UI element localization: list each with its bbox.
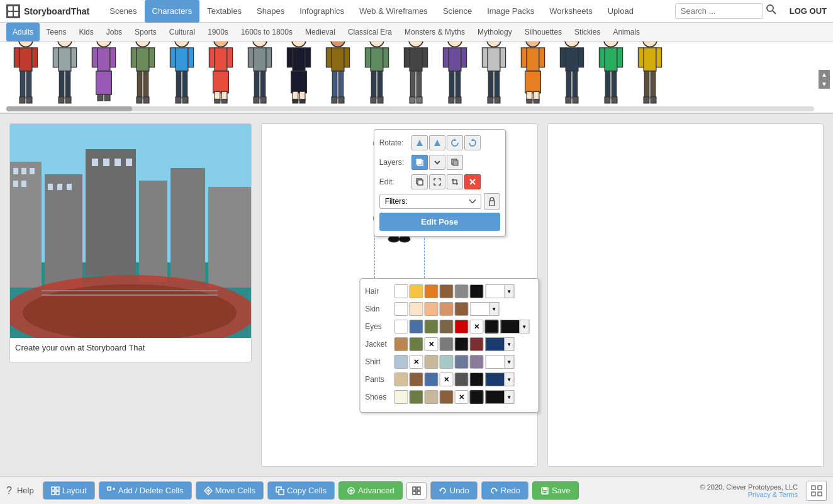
search-input[interactable]: [675, 3, 763, 19]
list-item[interactable]: [513, 46, 552, 109]
list-item[interactable]: [84, 46, 123, 109]
cat-tab-animals[interactable]: Animals: [607, 23, 646, 42]
list-item[interactable]: [123, 46, 162, 109]
list-item[interactable]: [240, 46, 279, 109]
shoes-color-black[interactable]: [469, 390, 483, 404]
storyboard-cell-1[interactable]: Create your own at Storyboard That: [9, 123, 252, 362]
nav-tab-image-packs[interactable]: Image Packs: [479, 0, 542, 23]
jacket-color-4[interactable]: [454, 337, 468, 351]
cat-tab-monsters-myths[interactable]: Monsters & Myths: [398, 23, 471, 42]
eyes-color-black[interactable]: [484, 320, 498, 333]
lock-button[interactable]: [484, 193, 500, 210]
jacket-dropdown-arrow[interactable]: ▼: [504, 337, 514, 351]
list-item[interactable]: [630, 46, 669, 109]
shirt-dropdown-arrow[interactable]: ▼: [504, 355, 514, 369]
nav-tab-science[interactable]: Science: [435, 0, 479, 23]
crop-btn[interactable]: [447, 174, 463, 189]
list-item[interactable]: [45, 46, 84, 109]
strip-scrollbar[interactable]: [6, 106, 814, 111]
nav-tab-characters[interactable]: Characters: [145, 0, 200, 23]
shoes-color-dropdown[interactable]: ▼: [485, 390, 514, 404]
copy-btn[interactable]: [411, 174, 428, 189]
nav-tab-infographics[interactable]: Infographics: [292, 0, 352, 23]
eyes-color-red[interactable]: [454, 320, 468, 333]
rotate-btn-3[interactable]: [447, 135, 463, 150]
layer-front-btn[interactable]: [411, 155, 428, 170]
hair-color-black[interactable]: [469, 284, 483, 298]
list-item[interactable]: [357, 46, 396, 109]
list-item[interactable]: [435, 46, 474, 109]
list-item[interactable]: [396, 46, 435, 109]
jacket-color-2[interactable]: [409, 337, 423, 351]
shirt-color-5[interactable]: [469, 355, 483, 369]
pants-color-3[interactable]: [424, 372, 438, 386]
jacket-color-5[interactable]: [469, 337, 483, 351]
skin-color-4[interactable]: [439, 302, 453, 316]
search-button[interactable]: [766, 4, 777, 18]
shirt-color-2[interactable]: [424, 355, 438, 369]
filters-dropdown[interactable]: Filters:: [379, 194, 481, 209]
shirt-color-dropdown[interactable]: ▼: [485, 355, 514, 369]
storyboard-cell-3[interactable]: [547, 123, 824, 467]
logout-button[interactable]: LOG OUT: [790, 6, 827, 16]
hair-color-gray[interactable]: [454, 284, 468, 298]
nav-tab-textables[interactable]: Textables: [199, 0, 249, 23]
shoes-color-2[interactable]: [409, 390, 423, 404]
list-item[interactable]: [162, 46, 201, 109]
pants-color-2[interactable]: [409, 372, 423, 386]
eyes-color-4[interactable]: [439, 320, 453, 333]
list-item[interactable]: [318, 46, 357, 109]
jacket-color-dropdown[interactable]: ▼: [485, 337, 514, 351]
storyboard-cell-2[interactable]: Rotate: Layers:: [261, 123, 538, 467]
list-item[interactable]: [474, 46, 513, 109]
layer-back-btn[interactable]: [447, 155, 463, 170]
jacket-color-3[interactable]: [439, 337, 453, 351]
skin-color-dropdown[interactable]: ▼: [470, 302, 499, 316]
pants-color-4[interactable]: [454, 372, 468, 386]
strip-scrollbar-thumb[interactable]: [6, 106, 132, 111]
skin-color-2[interactable]: [409, 302, 423, 316]
list-item[interactable]: [279, 46, 318, 109]
cat-tab-kids[interactable]: Kids: [72, 23, 99, 42]
nav-tab-shapes[interactable]: Shapes: [249, 0, 292, 23]
cat-tab-medieval[interactable]: Medieval: [299, 23, 342, 42]
shoes-dropdown-arrow[interactable]: ▼: [504, 390, 514, 404]
hair-color-brown[interactable]: [439, 284, 453, 298]
eyes-color-x[interactable]: ✕: [469, 320, 483, 333]
cat-tab-teens[interactable]: Teens: [40, 23, 72, 42]
strip-arrow-up[interactable]: ▲: [819, 70, 830, 79]
cat-tab-stickies[interactable]: Stickies: [568, 23, 607, 42]
hair-dropdown-arrow[interactable]: ▼: [504, 284, 514, 298]
strip-arrow-down[interactable]: ▼: [819, 79, 830, 89]
hair-color-yellow[interactable]: [409, 284, 423, 298]
nav-tab-scenes[interactable]: Scenes: [102, 0, 144, 23]
cat-tab-silhouettes[interactable]: Silhouettes: [518, 23, 568, 42]
shirt-color-1[interactable]: [394, 355, 408, 369]
rotate-btn-2[interactable]: [429, 135, 445, 150]
delete-btn[interactable]: [464, 174, 481, 189]
cat-tab-sports[interactable]: Sports: [128, 23, 163, 42]
jacket-color-x[interactable]: ✕: [424, 337, 438, 351]
hair-color-dropdown[interactable]: ▼: [485, 284, 514, 298]
cat-tab-jobs[interactable]: Jobs: [100, 23, 128, 42]
shirt-color-3[interactable]: [439, 355, 453, 369]
cat-tab-adults[interactable]: Adults: [6, 23, 40, 42]
skin-dropdown-arrow[interactable]: ▼: [489, 302, 499, 316]
cat-tab-1600s-1800s[interactable]: 1600s to 1800s: [235, 23, 299, 42]
pants-dropdown-arrow[interactable]: ▼: [504, 372, 514, 386]
eyes-color-dropdown[interactable]: ▼: [500, 320, 529, 333]
list-item[interactable]: [201, 46, 240, 109]
cat-tab-classical-era[interactable]: Classical Era: [342, 23, 398, 42]
shoes-color-3[interactable]: [424, 390, 438, 404]
pants-color-dropdown[interactable]: ▼: [485, 372, 514, 386]
eyes-color-2[interactable]: [409, 320, 423, 333]
eyes-color-1[interactable]: [394, 320, 408, 333]
eyes-color-3[interactable]: [424, 320, 438, 333]
skin-color-1[interactable]: [394, 302, 408, 316]
pants-color-5[interactable]: [469, 372, 483, 386]
fullscreen-btn[interactable]: [429, 174, 445, 189]
rotate-btn-1[interactable]: [411, 135, 428, 150]
shoes-color-4[interactable]: [439, 390, 453, 404]
pants-color-x[interactable]: ✕: [439, 372, 453, 386]
edit-pose-button[interactable]: Edit Pose: [379, 213, 500, 231]
